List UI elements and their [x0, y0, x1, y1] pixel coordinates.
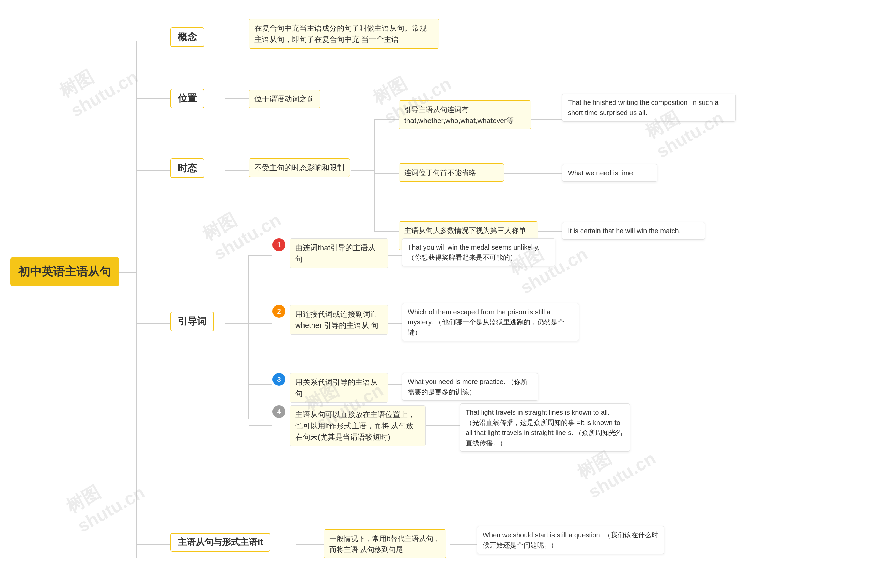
guide-item-1-label: 由连词that引导的主语从句	[295, 243, 375, 263]
badge-2: 2	[273, 305, 285, 318]
shitai-b2-text: 连词位于句首不能省略	[404, 168, 476, 176]
guide-item-3-example-text: What you need is more practice. （你所需要的是更…	[408, 378, 528, 396]
guide-item-2-example: Which of them escaped from the prison is…	[402, 303, 579, 341]
section-gaikuai: 概念	[170, 27, 204, 47]
shitai-branch2-example: What we need is time.	[562, 164, 657, 182]
guide-item-1-example-text: That you will win the medal seems unlike…	[408, 243, 539, 261]
guide-item-3: 3 用关系代词引导的主语从句	[273, 373, 388, 403]
shitai-b2-example: What we need is time.	[568, 169, 635, 177]
shitai-branch2-label: 连词位于句首不能省略	[399, 164, 504, 182]
shitai-b1-example: That he finished writing the composition…	[568, 99, 718, 117]
it-label: 主语从句与形式主语it	[178, 537, 263, 547]
shitai-main-text: 不受主句的时态影响和限制	[254, 164, 344, 172]
gaikuai-label: 概念	[178, 32, 197, 42]
guide-item-3-text: 用关系代词引导的主语从句	[290, 373, 388, 403]
guide-item-3-label: 用关系代词引导的主语从句	[295, 378, 378, 398]
yindaoci-label: 引导词	[178, 316, 206, 327]
guide-item-1-text: 由连词that引导的主语从句	[290, 238, 388, 268]
guide-item-4-text: 主语从句可以直接放在主语位置上，也可以用it作形式主语，而将 从句放在句末(尤其…	[290, 405, 426, 446]
section-shitai: 时态	[170, 158, 204, 178]
connectors	[0, 0, 872, 588]
watermark-8: 树图shutu.cn	[62, 461, 148, 537]
badge-4: 4	[273, 405, 285, 418]
badge-1: 1	[273, 238, 285, 251]
section-yindaoci: 引导词	[170, 312, 214, 331]
weizhi-text: 位于谓语动词之前	[254, 94, 314, 103]
section-weizhi: 位置	[170, 88, 204, 108]
weizhi-text-box: 位于谓语动词之前	[249, 90, 320, 108]
guide-item-2-label: 用连接代词或连接副词if, whether 引导的主语从 句	[295, 310, 379, 330]
guide-item-3-example: What you need is more practice. （你所需要的是更…	[402, 373, 538, 401]
shitai-b3-example: It is certain that he will win the match…	[568, 227, 681, 235]
watermark-2: 树图shutu.cn	[198, 189, 284, 264]
guide-item-4: 4 主语从句可以直接放在主语位置上，也可以用it作形式主语，而将 从句放在句末(…	[273, 405, 426, 446]
it-item-example-text: When we should start is still a question…	[483, 531, 659, 549]
shitai-branch1-example: That he finished writing the composition…	[562, 94, 736, 122]
section-it: 主语从句与形式主语it	[170, 533, 270, 552]
guide-item-1: 1 由连词that引导的主语从句	[273, 238, 388, 268]
shitai-b1-text: 引导主语从句连词有that,whether,who,what,whatever等	[404, 105, 514, 124]
guide-item-2-text: 用连接代词或连接副词if, whether 引导的主语从 句	[290, 305, 388, 334]
guide-item-4-label: 主语从句可以直接放在主语位置上，也可以用it作形式主语，而将 从句放在句末(尤其…	[295, 410, 415, 441]
guide-item-2: 2 用连接代词或连接副词if, whether 引导的主语从 句	[273, 305, 388, 334]
guide-item-1-example: That you will win the medal seems unlike…	[402, 238, 555, 266]
it-item-example-box: When we should start is still a question…	[477, 526, 664, 554]
guide-item-4-example-text: That light travels in straight lines is …	[466, 409, 623, 447]
weizhi-label: 位置	[178, 93, 197, 104]
it-item-label-text: 一般情况下，常用it替代主语从句，而将主语 从句移到句尾	[329, 534, 440, 553]
it-item-label-box: 一般情况下，常用it替代主语从句，而将主语 从句移到句尾	[324, 530, 446, 558]
shitai-label: 时态	[178, 163, 197, 173]
root-node: 初中英语主语从句	[10, 257, 119, 286]
gaikuai-text: 在复合句中充当主语成分的句子叫做主语从句。常规主语从句，即句子在复合句中充 当一…	[254, 24, 427, 44]
badge-3: 3	[273, 373, 285, 386]
shitai-main-box: 不受主句的时态影响和限制	[249, 158, 350, 177]
mind-map: 树图shutu.cn 树图shutu.cn 树图shutu.cn 树图shutu…	[0, 0, 872, 588]
guide-item-4-example: That light travels in straight lines is …	[460, 404, 630, 452]
root-label: 初中英语主语从句	[18, 265, 111, 278]
gaikuai-text-box: 在复合句中充当主语成分的句子叫做主语从句。常规主语从句，即句子在复合句中充 当一…	[249, 19, 440, 49]
guide-item-2-example-text: Which of them escaped from the prison is…	[408, 308, 564, 336]
shitai-branch3-example: It is certain that he will win the match…	[562, 222, 705, 240]
shitai-branch1-label: 引导主语从句连词有that,whether,who,what,whatever等	[399, 100, 531, 129]
watermark-1: 树图shutu.cn	[55, 46, 141, 121]
